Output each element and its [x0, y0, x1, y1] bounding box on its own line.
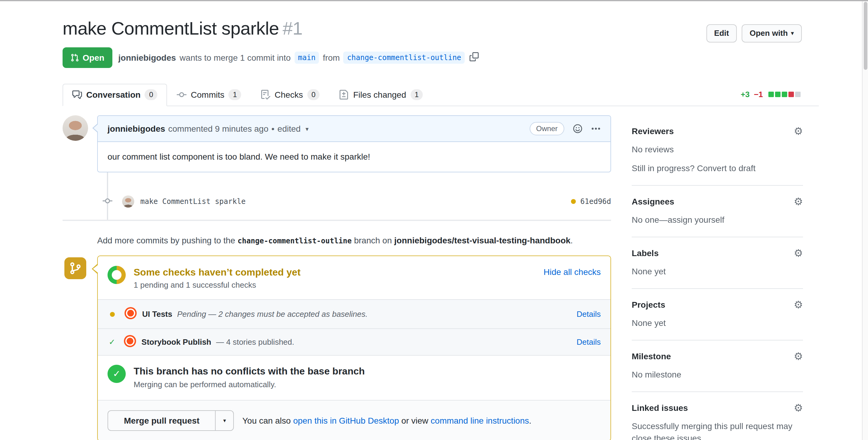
merge-caption: You can also open this in GitHub Desktop…	[242, 416, 531, 426]
meta-separator: •	[272, 122, 275, 135]
comment-header: jonniebigodes commented 9 minutes ago • …	[98, 116, 611, 142]
convert-to-draft-link[interactable]: Still in progress? Convert to draft	[632, 162, 803, 174]
scrollbar[interactable]	[862, 0, 868, 440]
comment-header-actions: Owner	[529, 122, 601, 135]
reviewers-gear-icon[interactable]: ⚙	[794, 126, 803, 137]
check-status: — 4 stories published.	[216, 337, 294, 346]
byline-from: from	[323, 53, 340, 63]
diff-block-added	[768, 92, 774, 97]
commit-message-link[interactable]: make CommentList sparkle	[140, 197, 246, 206]
sidebar-heading: Projects ⚙	[632, 300, 803, 310]
pr-byline: jonniebigodes wants to merge 1 commit in…	[119, 52, 479, 64]
git-commit-timeline-icon	[103, 196, 112, 207]
push-hint-middle: branch on	[354, 235, 392, 245]
labels-gear-icon[interactable]: ⚙	[794, 248, 803, 259]
sidebar-section-reviewers: Reviewers ⚙ No reviews Still in progress…	[632, 126, 803, 186]
commit-author-avatar[interactable]	[122, 195, 134, 208]
linked-issues-heading: Linked issues	[632, 403, 688, 413]
tab-checks[interactable]: Checks 0	[251, 84, 330, 106]
emoji-reaction-icon[interactable]	[573, 124, 583, 134]
pr-sidebar: Reviewers ⚙ No reviews Still in progress…	[632, 126, 803, 440]
tab-commits[interactable]: Commits 1	[167, 84, 251, 106]
comment-author[interactable]: jonniebigodes	[107, 122, 165, 135]
mergeability-title: This branch has no conflicts with the ba…	[134, 365, 365, 377]
owner-badge: Owner	[529, 122, 564, 135]
github-pr-page: make CommentList sparkle#1 Edit Open wit…	[0, 0, 868, 440]
sidebar-section-labels: Labels ⚙ None yet	[632, 248, 803, 289]
pr-title: make CommentList sparkle#1	[63, 18, 303, 39]
success-check-icon: ✓	[109, 337, 116, 346]
assignees-gear-icon[interactable]: ⚙	[794, 197, 803, 207]
merge-pull-request-button[interactable]: Merge pull request	[107, 410, 216, 431]
edited-label[interactable]: edited	[278, 122, 301, 135]
commit-row: make CommentList sparkle 61ed96d	[63, 195, 611, 208]
file-diff-icon	[339, 90, 349, 100]
sidebar-section-projects: Projects ⚙ None yet	[632, 300, 803, 340]
pr-state-label: Open	[83, 52, 104, 64]
comment-discussion-icon	[72, 90, 82, 100]
edit-button[interactable]: Edit	[706, 24, 737, 42]
merge-status-box: Some checks haven’t completed yet 1 pend…	[97, 256, 611, 440]
tab-conversation-counter: 0	[145, 89, 157, 100]
merge-options-dropdown[interactable]: ▾	[216, 410, 234, 431]
git-branch-icon	[64, 257, 86, 279]
chromatic-logo-icon	[124, 335, 136, 349]
commit-pending-status-dot[interactable]	[571, 199, 576, 204]
assign-yourself-link[interactable]: No one—assign yourself	[632, 214, 803, 226]
kebab-menu-icon[interactable]	[591, 124, 601, 134]
milestone-empty-text: No milestone	[632, 368, 803, 380]
tab-files-changed[interactable]: Files changed 1	[330, 84, 433, 106]
scrollbar-thumb[interactable]	[863, 2, 867, 70]
header-actions: Edit Open with ▾	[706, 24, 802, 42]
pr-number: #1	[283, 18, 303, 38]
github-desktop-link[interactable]: open this in GitHub Desktop	[293, 416, 399, 426]
copy-branch-icon[interactable]	[470, 52, 479, 63]
details-link-ui-tests[interactable]: Details	[577, 309, 601, 318]
author-name[interactable]: jonniebigodes	[119, 53, 176, 63]
cli-instructions-link[interactable]: command line instructions	[431, 416, 529, 426]
edited-dropdown-icon[interactable]: ▾	[306, 122, 309, 135]
hide-all-checks-link[interactable]: Hide all checks	[544, 266, 601, 278]
tab-checks-label: Checks	[275, 89, 303, 101]
milestone-gear-icon[interactable]: ⚙	[794, 351, 803, 362]
comment-timestamp[interactable]: commented 9 minutes ago	[168, 122, 269, 135]
comment-body: our comment list component is too bland.…	[98, 142, 611, 172]
comment-row: jonniebigodes commented 9 minutes ago • …	[63, 115, 611, 172]
check-name: UI Tests	[142, 309, 172, 318]
open-with-button[interactable]: Open with ▾	[742, 24, 802, 42]
merge-box-caret-fill	[93, 264, 98, 273]
reviewers-heading: Reviewers	[632, 126, 674, 137]
pr-meta-row: Open jonniebigodes wants to merge 1 comm…	[63, 47, 479, 68]
head-branch-label[interactable]: change-commentlist-outline	[343, 52, 465, 64]
tab-files-counter: 1	[410, 89, 423, 100]
linked-issues-gear-icon[interactable]: ⚙	[794, 403, 803, 413]
checklist-icon	[260, 90, 270, 100]
diff-block-added	[775, 92, 780, 97]
chromatic-logo-icon	[125, 307, 137, 321]
sidebar-heading: Assignees ⚙	[632, 197, 803, 207]
check-status: Pending — 2 changes must be accepted as …	[177, 309, 368, 318]
assignees-heading: Assignees	[632, 197, 674, 207]
comment-text: our comment list component is too bland.…	[107, 150, 601, 163]
merge-area: Some checks haven’t completed yet 1 pend…	[63, 256, 611, 440]
pending-status-dot	[110, 312, 115, 316]
base-branch-label[interactable]: main	[294, 52, 319, 64]
projects-gear-icon[interactable]: ⚙	[794, 300, 803, 310]
sidebar-section-assignees: Assignees ⚙ No one—assign yourself	[632, 197, 803, 237]
projects-heading: Projects	[632, 300, 665, 310]
details-link-storybook[interactable]: Details	[577, 337, 601, 346]
diffstat: +3 −1	[741, 90, 801, 99]
mergeability-section: ✓ This branch has no conflicts with the …	[98, 355, 611, 400]
avatar[interactable]	[63, 115, 88, 141]
diffstat-blocks	[768, 92, 801, 97]
tab-conversation[interactable]: Conversation 0	[63, 84, 167, 106]
push-hint-suffix: .	[570, 235, 573, 245]
pr-title-text: make CommentList sparkle	[63, 18, 279, 38]
checks-titles: Some checks haven’t completed yet 1 pend…	[134, 266, 301, 290]
commit-status-and-sha: 61ed96d	[571, 197, 611, 206]
diff-block-deleted	[788, 92, 794, 97]
pr-state-badge: Open	[63, 47, 112, 68]
mergeability-text: This branch has no conflicts with the ba…	[134, 365, 365, 389]
commit-sha-link[interactable]: 61ed96d	[580, 197, 611, 206]
sidebar-section-milestone: Milestone ⚙ No milestone	[632, 351, 803, 392]
